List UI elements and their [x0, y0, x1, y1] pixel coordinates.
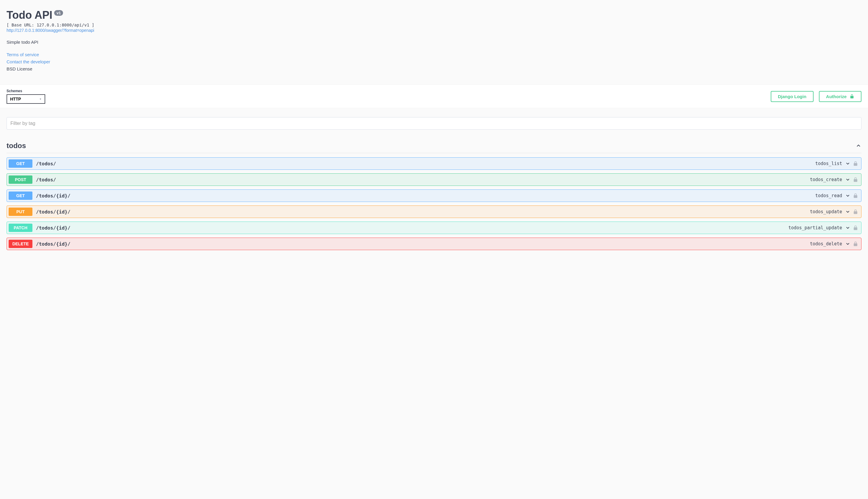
operation-id: todos_read: [815, 193, 842, 198]
chevron-down-icon: [845, 241, 851, 246]
operation-row[interactable]: PUT/todos/{id}/todos_update: [7, 206, 861, 218]
operation-id: todos_delete: [810, 241, 842, 246]
operation-path: /todos/{id}/: [36, 209, 71, 215]
schemes-label: Schemes: [7, 89, 45, 93]
terms-link[interactable]: Terms of service: [7, 51, 861, 58]
api-description: Simple todo API: [7, 39, 861, 45]
operation-path: /todos/{id}/: [36, 225, 71, 231]
lock-icon: [849, 94, 854, 99]
method-badge: DELETE: [9, 240, 33, 248]
base-url: [ Base URL: 127.0.0.1:8000/api/v1 ]: [7, 23, 861, 27]
operation-row[interactable]: PATCH/todos/{id}/todos_partial_update: [7, 221, 861, 234]
operation-id: todos_list: [815, 161, 842, 166]
operation-id: todos_create: [810, 177, 842, 182]
authorize-label: Authorize: [826, 94, 847, 99]
spec-link[interactable]: http://127.0.0.1:8000/swagger/?format=op…: [7, 28, 94, 33]
django-login-button[interactable]: Django Login: [771, 91, 813, 102]
lock-icon: [853, 193, 858, 198]
method-badge: PUT: [9, 208, 33, 216]
chevron-down-icon: [845, 161, 851, 166]
operation-row[interactable]: DELETE/todos/{id}/todos_delete: [7, 238, 861, 250]
lock-icon: [853, 177, 858, 182]
api-title: Todo API: [7, 9, 52, 21]
method-badge: GET: [9, 192, 33, 200]
authorize-button[interactable]: Authorize: [819, 91, 861, 102]
lock-icon: [853, 209, 858, 215]
operation-path: /todos/: [36, 161, 56, 167]
chevron-up-icon: [856, 143, 861, 149]
operation-id: todos_partial_update: [788, 225, 842, 230]
tag-header[interactable]: todos: [7, 138, 861, 153]
filter-input[interactable]: [7, 117, 861, 130]
schemes-bar: Schemes HTTP Django Login Authorize: [0, 84, 868, 108]
chevron-down-icon: [845, 193, 851, 198]
operation-path: /todos/{id}/: [36, 193, 71, 199]
contact-link[interactable]: Contact the developer: [7, 58, 861, 65]
operation-row[interactable]: GET/todos/{id}/todos_read: [7, 190, 861, 202]
lock-icon: [853, 241, 858, 246]
method-badge: PATCH: [9, 224, 33, 232]
django-login-label: Django Login: [778, 94, 806, 99]
schemes-select[interactable]: HTTP: [7, 94, 45, 104]
version-badge: v1: [54, 10, 63, 16]
lock-icon: [853, 225, 858, 230]
license-text: BSD License: [7, 65, 861, 73]
tag-name: todos: [7, 142, 26, 150]
operation-path: /todos/{id}/: [36, 241, 71, 247]
method-badge: POST: [9, 175, 33, 184]
chevron-down-icon: [845, 209, 851, 215]
chevron-down-icon: [845, 177, 851, 182]
operation-row[interactable]: GET/todos/todos_list: [7, 157, 861, 170]
info-header: Todo API v1 [ Base URL: 127.0.0.1:8000/a…: [0, 0, 868, 84]
tag-section-todos: todos GET/todos/todos_listPOST/todos/tod…: [7, 138, 861, 250]
operation-row[interactable]: POST/todos/todos_create: [7, 173, 861, 186]
operation-path: /todos/: [36, 177, 56, 183]
lock-icon: [853, 161, 858, 166]
chevron-down-icon: [845, 225, 851, 230]
operation-id: todos_update: [810, 209, 842, 215]
method-badge: GET: [9, 159, 33, 168]
